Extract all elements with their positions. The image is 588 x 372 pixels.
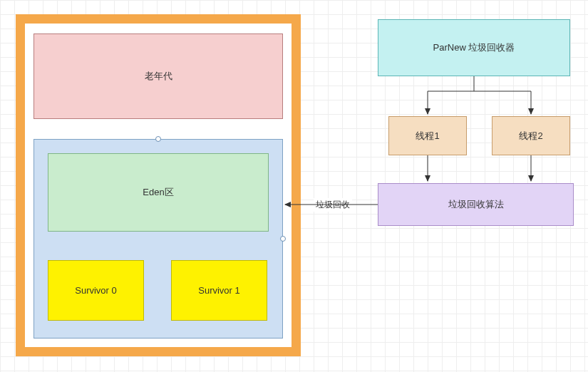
gc-algorithm-box: 垃圾回收算法	[378, 183, 574, 226]
survivor0-label: Survivor 0	[75, 285, 117, 296]
gc-edge-label: 垃圾回收	[314, 198, 352, 212]
thread2-label: 线程2	[519, 130, 542, 143]
thread1-box: 线程1	[388, 116, 467, 155]
old-generation-box: 老年代	[33, 33, 283, 119]
thread2-box: 线程2	[492, 116, 570, 155]
survivor1-box: Survivor 1	[171, 260, 267, 321]
parnew-collector-box: ParNew 垃圾回收器	[378, 19, 570, 76]
survivor1-label: Survivor 1	[198, 285, 240, 296]
gc-algorithm-label: 垃圾回收算法	[448, 198, 504, 211]
thread1-label: 线程1	[416, 130, 439, 143]
eden-box: Eden区	[48, 153, 269, 232]
handle-dot	[280, 236, 286, 242]
survivor0-box: Survivor 0	[48, 260, 144, 321]
diagram-stage: 老年代 Eden区 Survivor 0 Survivor 1 ParNew 垃…	[0, 0, 588, 372]
eden-label: Eden区	[143, 186, 173, 199]
parnew-collector-label: ParNew 垃圾回收器	[433, 41, 515, 54]
old-generation-label: 老年代	[145, 70, 172, 83]
handle-dot	[155, 136, 161, 142]
